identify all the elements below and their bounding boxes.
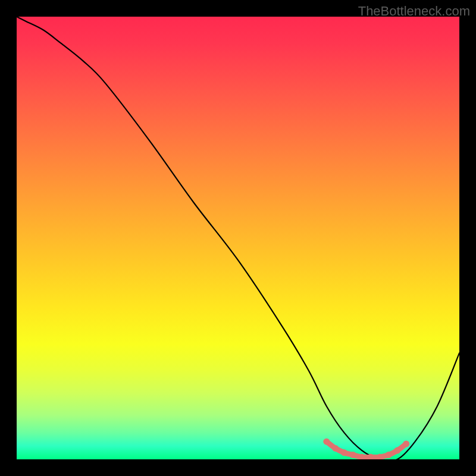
chart-background-gradient xyxy=(17,17,459,459)
chart-plot-area xyxy=(17,17,459,459)
watermark-label: TheBottleneck.com xyxy=(358,4,470,19)
